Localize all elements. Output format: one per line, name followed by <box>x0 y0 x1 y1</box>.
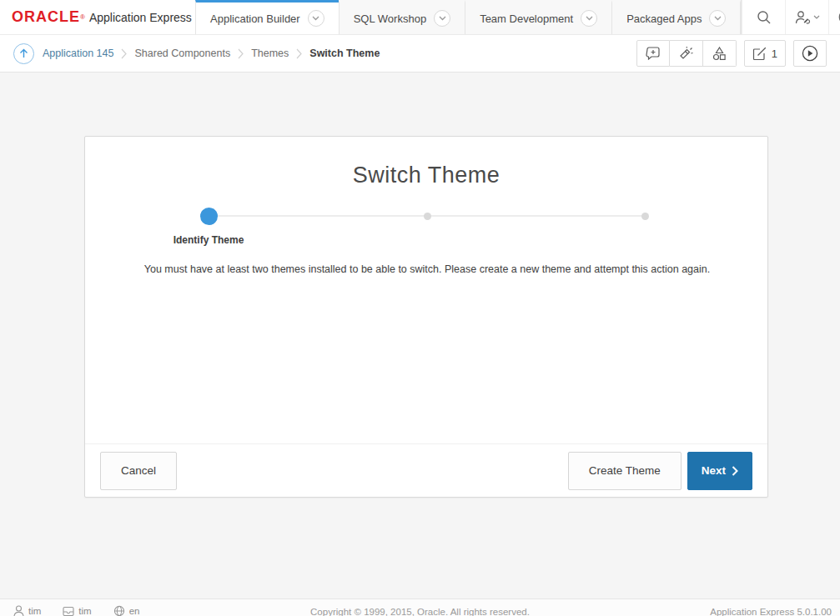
header-utilities: ? <box>741 0 840 34</box>
registered-mark: ® <box>80 13 85 21</box>
search-button[interactable] <box>742 0 785 34</box>
chevron-right-icon <box>732 466 738 476</box>
top-navigation-bar: ORACLE ® Application Express Application… <box>0 0 840 35</box>
oracle-logo: ORACLE <box>12 8 80 26</box>
footer-version: Application Express 5.0.1.00 <box>710 607 832 616</box>
tab-team-development[interactable]: Team Development <box>465 0 611 34</box>
advisor-button[interactable] <box>670 40 703 67</box>
shared-components-button[interactable] <box>703 40 737 67</box>
wizard-button-bar: Cancel Create Theme Next <box>85 443 767 497</box>
step-dot <box>424 213 431 220</box>
edit-page-icon <box>752 47 767 61</box>
tab-label: Packaged Apps <box>626 13 702 25</box>
shapes-icon <box>712 47 727 61</box>
wizard-progress: Identify Theme <box>85 207 769 257</box>
chevron-down-icon[interactable] <box>434 10 450 27</box>
chevron-down-icon <box>813 15 820 19</box>
tab-label: Application Builder <box>210 13 300 25</box>
comment-plus-icon <box>646 47 661 60</box>
breadcrumb-bar: Application 145 Shared Components Themes… <box>0 35 840 73</box>
tab-label: Team Development <box>480 13 573 25</box>
breadcrumb-separator-icon <box>121 48 127 59</box>
breadcrumb-application[interactable]: Application 145 <box>43 48 113 59</box>
current-step-dot <box>200 208 218 225</box>
up-level-button[interactable] <box>13 43 34 64</box>
tab-sql-workshop[interactable]: SQL Workshop <box>339 0 465 34</box>
next-button-label: Next <box>702 464 726 477</box>
chevron-down-icon[interactable] <box>581 10 597 27</box>
tab-packaged-apps[interactable]: Packaged Apps <box>611 0 741 34</box>
tab-application-builder[interactable]: Application Builder <box>195 0 339 34</box>
arrow-up-icon <box>19 48 28 58</box>
breadcrumb: Application 145 Shared Components Themes… <box>43 48 380 59</box>
logo: ORACLE ® Application Express <box>0 0 195 34</box>
admin-user-wrench-icon <box>794 10 811 25</box>
page-title: Switch Theme <box>85 163 767 188</box>
utility-button-group <box>636 40 737 67</box>
flashlight-icon <box>678 47 693 61</box>
breadcrumb-shared-components[interactable]: Shared Components <box>134 48 230 59</box>
help-menu-button[interactable]: ? <box>828 0 840 34</box>
create-theme-button[interactable]: Create Theme <box>568 452 682 490</box>
switch-theme-wizard-card: Switch Theme Identify Theme You must hav… <box>84 136 768 498</box>
current-step-label: Identify Theme <box>142 234 275 246</box>
administration-menu-button[interactable] <box>785 0 828 34</box>
run-application-button[interactable] <box>793 40 827 67</box>
wizard-message: You must have at least two themes instal… <box>85 263 769 275</box>
feedback-button[interactable] <box>636 40 670 67</box>
next-button[interactable]: Next <box>687 452 752 490</box>
chevron-down-icon[interactable] <box>709 10 726 27</box>
product-name: Application Express <box>89 11 192 24</box>
play-icon <box>802 45 818 62</box>
tab-label: SQL Workshop <box>354 13 426 25</box>
edit-page-number: 1 <box>772 48 777 60</box>
page-toolbar: 1 <box>636 40 827 67</box>
chevron-down-icon[interactable] <box>308 10 324 27</box>
main-tabs: Application Builder SQL Workshop Team De… <box>195 0 741 34</box>
breadcrumb-separator-icon <box>238 48 244 59</box>
breadcrumb-separator-icon <box>296 48 302 59</box>
breadcrumb-themes[interactable]: Themes <box>251 48 289 59</box>
breadcrumb-current-page: Switch Theme <box>309 48 380 59</box>
cancel-button[interactable]: Cancel <box>100 452 177 490</box>
page-footer: tim tim en Copyright © 1999, 2015, Oracl… <box>0 598 840 616</box>
edit-page-button[interactable]: 1 <box>744 40 786 67</box>
search-icon <box>757 10 772 25</box>
step-dot <box>641 213 649 220</box>
